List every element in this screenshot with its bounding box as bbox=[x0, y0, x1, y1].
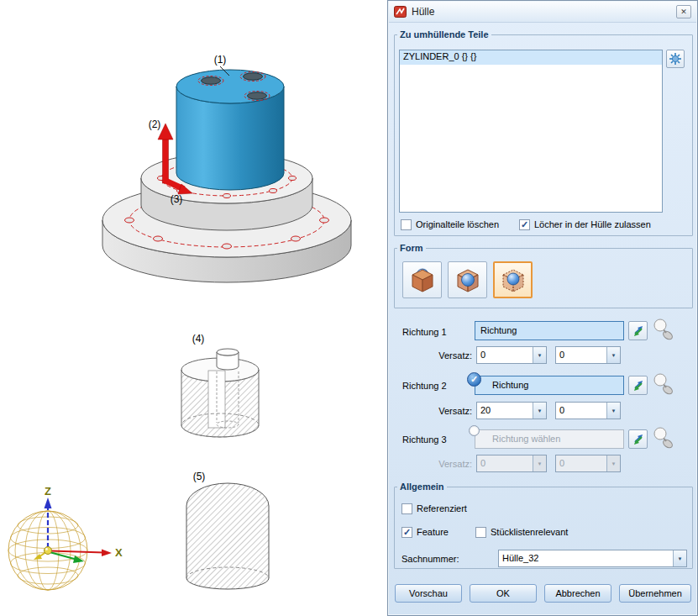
orientation-sphere[interactable]: Z X bbox=[8, 485, 123, 590]
gear-icon bbox=[669, 52, 682, 66]
sachnummer-label: Sachnummer: bbox=[401, 554, 459, 564]
form-option-hull-button[interactable] bbox=[493, 261, 533, 298]
combo-value: 0 bbox=[559, 350, 564, 360]
dropdown-arrow-icon[interactable]: ▼ bbox=[606, 347, 620, 363]
abbrechen-button[interactable]: Abbrechen bbox=[544, 584, 611, 603]
cylinder-top bbox=[176, 70, 284, 103]
dropdown-arrow-icon[interactable]: ▼ bbox=[673, 550, 686, 566]
envelope-preview-4: (4) bbox=[181, 333, 259, 437]
dialog-title: Hülle bbox=[412, 6, 434, 18]
sachnummer-combo[interactable]: Hülle_32 ▼ bbox=[498, 550, 687, 567]
dialog-titlebar[interactable]: Hülle ✕ bbox=[389, 2, 696, 23]
richtung3-input[interactable]: Richtung wählen bbox=[475, 429, 624, 449]
callout-1: (1) bbox=[214, 54, 227, 66]
app-icon bbox=[394, 6, 407, 18]
richtung3-flip-button[interactable] bbox=[628, 429, 648, 449]
huelle-dialog: Hülle ✕ Zu umhüllende Teile ZYLINDER_0 {… bbox=[387, 0, 698, 616]
combo-value: 0 bbox=[480, 458, 485, 468]
richtung2-label: Richtung 2 bbox=[402, 381, 447, 391]
feature-label: Feature bbox=[417, 527, 449, 537]
callout-4: (4) bbox=[192, 333, 205, 345]
delete-originals-checkbox[interactable] bbox=[401, 219, 412, 230]
ok-button[interactable]: OK bbox=[470, 584, 537, 603]
form-option-box-button[interactable] bbox=[402, 261, 442, 298]
dropdown-arrow-icon[interactable]: ▼ bbox=[533, 347, 546, 363]
ball-lever-icon bbox=[650, 426, 677, 450]
flip-arrows-icon bbox=[631, 324, 646, 339]
versatz3-label: Versatz: bbox=[422, 459, 472, 469]
envelope-preview-5: (5) bbox=[186, 471, 269, 589]
delete-originals-label: Originalteile löschen bbox=[416, 219, 499, 229]
allgemein-group-label: Allgemein bbox=[397, 482, 447, 492]
versatz2-label: Versatz: bbox=[422, 406, 472, 416]
z-axis-label: Z bbox=[45, 485, 51, 498]
close-icon[interactable]: ✕ bbox=[676, 5, 691, 18]
dropdown-arrow-icon[interactable]: ▼ bbox=[606, 403, 620, 419]
richtung2-done-indicator: ✓ bbox=[467, 372, 481, 387]
stuecklistenrelevant-label: Stücklistenrelevant bbox=[491, 527, 568, 537]
select-parts-button[interactable] bbox=[666, 50, 685, 68]
callout-2: (2) bbox=[149, 118, 161, 130]
allow-holes-checkbox[interactable]: ✓ bbox=[519, 219, 530, 230]
combo-value: 0 bbox=[480, 350, 485, 360]
combo-value: 0 bbox=[559, 458, 564, 468]
uebernehmen-button[interactable]: Übernehmen bbox=[619, 584, 691, 603]
dropdown-arrow-icon: ▼ bbox=[606, 455, 620, 471]
combo-value: 0 bbox=[559, 405, 564, 415]
combo-value: 20 bbox=[480, 405, 491, 415]
parts-group-label: Zu umhüllende Teile bbox=[397, 29, 491, 39]
richtung1-input[interactable]: Richtung bbox=[475, 321, 624, 340]
list-item[interactable]: ZYLINDER_0 {} {} bbox=[400, 50, 662, 65]
dropdown-arrow-icon: ▼ bbox=[533, 455, 546, 471]
richtung1-flip-button[interactable] bbox=[628, 321, 648, 340]
versatz3-offset2-combo: 0 ▼ bbox=[555, 455, 621, 472]
cube-sphere-visible-icon bbox=[454, 266, 482, 293]
feature-checkbox[interactable]: ✓ bbox=[401, 527, 412, 538]
ball-lever-icon bbox=[650, 318, 677, 341]
richtung3-pending-indicator bbox=[469, 425, 480, 436]
richtung3-label: Richtung 3 bbox=[402, 434, 447, 445]
allow-holes-label: Löcher in der Hülle zulassen bbox=[534, 219, 651, 229]
ball-lever-icon bbox=[650, 372, 677, 396]
versatz2-offset1-combo[interactable]: 20 ▼ bbox=[476, 402, 547, 419]
richtung1-label: Richtung 1 bbox=[402, 327, 447, 337]
application-window: (1) (2) (3) (4) bbox=[0, 0, 698, 616]
flip-arrows-icon bbox=[631, 378, 646, 393]
versatz1-offset1-combo[interactable]: 0 ▼ bbox=[476, 346, 547, 364]
form-option-sphere-button[interactable] bbox=[448, 261, 487, 298]
richtung3-handle[interactable] bbox=[650, 426, 677, 450]
dropdown-arrow-icon[interactable]: ▼ bbox=[533, 403, 546, 419]
parts-listbox[interactable]: ZYLINDER_0 {} {} bbox=[399, 50, 663, 213]
3d-viewport[interactable]: (1) (2) (3) (4) bbox=[0, 0, 387, 616]
vorschau-button[interactable]: Vorschau bbox=[395, 584, 462, 603]
callout-3: (3) bbox=[171, 193, 183, 205]
richtung1-handle[interactable] bbox=[650, 318, 677, 341]
richtung2-handle[interactable] bbox=[650, 372, 677, 396]
viewport-canvas[interactable]: (1) (2) (3) (4) bbox=[0, 0, 387, 616]
richtung2-flip-button[interactable] bbox=[628, 376, 648, 395]
combo-value: Hülle_32 bbox=[502, 553, 538, 563]
versatz1-offset2-combo[interactable]: 0 ▼ bbox=[555, 346, 621, 364]
form-group-label: Form bbox=[397, 243, 426, 253]
richtung2-input[interactable]: Richtung bbox=[475, 376, 624, 395]
versatz1-label: Versatz: bbox=[422, 350, 472, 361]
x-axis-label: X bbox=[115, 546, 123, 559]
model-assembly[interactable]: (1) (2) (3) bbox=[102, 54, 351, 282]
versatz3-offset1-combo: 0 ▼ bbox=[476, 455, 547, 472]
referenziert-label: Referenziert bbox=[417, 503, 467, 513]
cube-sphere-icon bbox=[408, 266, 437, 293]
flip-arrows-icon bbox=[631, 432, 646, 447]
cube-sphere-hull-icon bbox=[499, 266, 527, 293]
z-axis-arrow[interactable] bbox=[45, 498, 52, 548]
stuecklistenrelevant-checkbox[interactable] bbox=[475, 527, 486, 538]
versatz2-offset2-combo[interactable]: 0 ▼ bbox=[555, 402, 621, 419]
callout-5: (5) bbox=[193, 471, 206, 482]
referenziert-checkbox[interactable] bbox=[401, 503, 412, 514]
